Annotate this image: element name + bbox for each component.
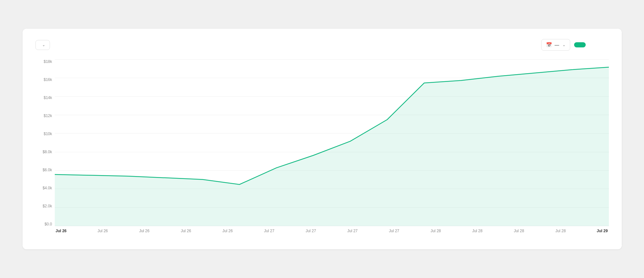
tab-monthly[interactable]: [597, 42, 609, 47]
x-axis-label: Jul 26: [179, 229, 192, 233]
y-axis-label: $0.0: [35, 222, 55, 226]
y-axis-label: $12k: [35, 114, 55, 118]
y-axis-label: $10k: [35, 132, 55, 136]
x-axis-label: Jul 28: [471, 229, 484, 233]
y-axis-label: $8.0k: [35, 150, 55, 154]
y-axis: $0.0$2.0k$4.0k$6.0k$8.0k$10k$12k$14k$16k…: [35, 60, 55, 226]
chart-area: $0.0$2.0k$4.0k$6.0k$8.0k$10k$12k$14k$16k…: [35, 60, 609, 240]
x-axis-label: Jul 26: [55, 229, 68, 233]
x-axis-label: Jul 27: [388, 229, 400, 233]
x-axis-label: Jul 27: [304, 229, 317, 233]
y-axis-label: $4.0k: [35, 186, 55, 190]
x-axis-label: Jul 28: [429, 229, 442, 233]
y-axis-label: $6.0k: [35, 168, 55, 172]
x-axis-label: Jul 26: [96, 229, 109, 233]
period-tabs: [574, 42, 609, 47]
date-chevron-icon: ⌄: [562, 43, 565, 47]
chart-svg: [55, 60, 609, 226]
date-separator: —: [555, 42, 559, 47]
tab-weekly[interactable]: [586, 42, 597, 47]
toolbar: ⌄ 📅 — ⌄: [35, 39, 609, 51]
date-range-button[interactable]: 📅 — ⌄: [541, 39, 570, 51]
y-axis-label: $2.0k: [35, 204, 55, 208]
x-axis: Jul 26Jul 26Jul 26Jul 26Jul 26Jul 27Jul …: [55, 226, 609, 240]
date-range-text: —: [555, 42, 559, 47]
y-axis-label: $18k: [35, 60, 55, 64]
x-axis-label: Jul 29: [596, 229, 609, 233]
revenue-chart-card: ⌄ 📅 — ⌄ $0.0$2.0k$4.0k$6.0k$8.0k$10k$12k…: [23, 29, 622, 249]
x-axis-label: Jul 28: [513, 229, 525, 233]
x-axis-label: Jul 27: [263, 229, 276, 233]
metric-dropdown[interactable]: ⌄: [35, 40, 50, 50]
chevron-down-icon: ⌄: [42, 43, 45, 47]
tab-daily[interactable]: [574, 42, 586, 47]
x-axis-label: Jul 28: [554, 229, 567, 233]
right-controls: 📅 — ⌄: [541, 39, 609, 51]
chart-inner: [55, 60, 609, 226]
x-axis-label: Jul 27: [346, 229, 359, 233]
calendar-icon: 📅: [546, 42, 552, 48]
x-axis-label: Jul 26: [221, 229, 234, 233]
x-axis-label: Jul 26: [138, 229, 151, 233]
y-axis-label: $14k: [35, 96, 55, 100]
y-axis-label: $16k: [35, 78, 55, 82]
